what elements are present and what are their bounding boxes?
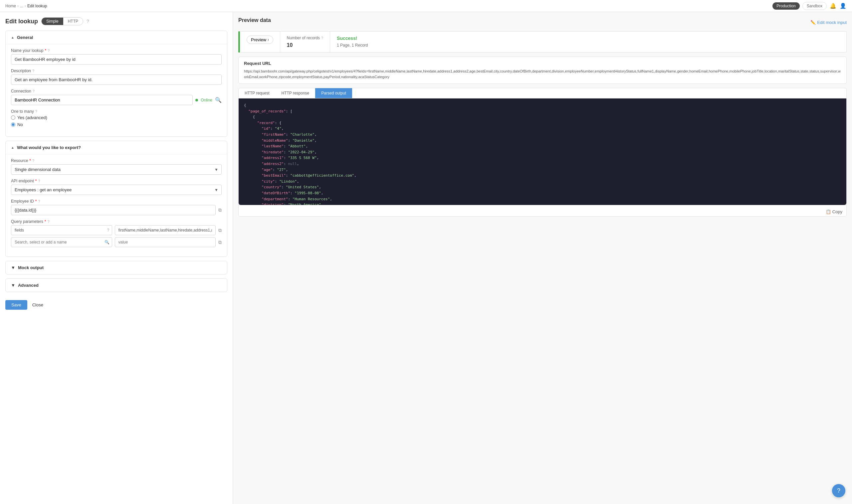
radio-yes[interactable]: Yes (advanced) [11,115,221,120]
api-endpoint-select[interactable]: Employees : get an employee [11,185,221,195]
query-param-value-input[interactable] [115,225,216,235]
breadcrumb-sep2: › [24,4,26,8]
one-to-many-label: One to many ? [11,109,221,114]
page-title: Edit lookup [5,18,38,25]
num-records-label: Number of records ? [287,36,323,40]
edit-mock-button[interactable]: ✏️ Edit mock input [811,20,847,25]
lookup-name-label: Name your lookup * ? [11,48,221,53]
export-section-header[interactable]: ▲ What would you like to export? [6,141,227,154]
lookup-name-input[interactable] [11,54,221,65]
req-asterisk: * [45,48,46,53]
copy-row: 📋 Copy [238,205,846,216]
description-help-icon[interactable]: ? [32,69,34,73]
connection-input[interactable] [11,95,193,105]
query-param-search-input[interactable] [11,237,112,247]
bottom-actions: Save Close [5,296,227,310]
query-params-help-icon[interactable]: ? [47,219,49,223]
online-status-dot [195,99,198,102]
radio-no-input[interactable] [11,122,15,127]
connection-search-button[interactable]: 🔍 [215,97,221,103]
preview-button[interactable]: Preview › [247,36,273,44]
request-url-title: Request URL [244,61,841,66]
resource-help-icon[interactable]: ? [32,159,34,163]
main-layout: Edit lookup Simple HTTP ? ▲ General Name… [0,12,852,504]
lookup-name-group: Name your lookup * ? [11,48,221,65]
employee-id-group: Employee ID * ? ⧉ [11,199,221,215]
advanced-chevron-icon: ▼ [11,283,15,288]
export-section: ▲ What would you like to export? Resourc… [5,141,227,257]
query-param-empty-value-cell [115,237,216,247]
one-to-many-help-icon[interactable]: ? [35,109,37,113]
preview-content: Preview › Number of records ? 10 Success… [240,31,847,53]
json-output: { "page_of_records": [ { "record": { "id… [238,98,846,205]
description-label: Description ? [11,69,221,73]
copy-icon: 📋 [826,209,831,214]
tab-http-request[interactable]: HTTP request [238,88,275,98]
advanced-header[interactable]: ▼ Advanced [6,279,227,292]
general-section-header[interactable]: ▲ General [6,31,227,44]
success-section: Success! 1 Page, 1 Record [330,32,374,52]
tab-http-response[interactable]: HTTP response [275,88,315,98]
query-params-group: Query parameters * ? ? ⧉ [11,219,221,247]
tab-parsed-output[interactable]: Parsed output [315,88,352,98]
user-icon[interactable]: 👤 [839,2,847,10]
num-records-value: 10 [287,42,323,48]
save-button[interactable]: Save [5,300,27,310]
num-records-help-icon[interactable]: ? [321,36,323,40]
resource-label: Resource * ? [11,158,221,163]
resource-req: * [29,158,31,163]
employee-id-action-button[interactable]: ⧉ [218,207,221,213]
mock-output-title: Mock output [18,265,43,270]
help-icon-header[interactable]: ? [87,19,89,24]
description-input[interactable] [11,74,221,85]
close-button[interactable]: Close [30,300,46,310]
description-group: Description ? [11,69,221,85]
top-nav: Home › ... › Edit lookup Production Sand… [0,0,852,12]
preview-button-section: Preview › [240,32,280,52]
preview-chevron-icon: › [268,38,269,41]
export-section-title: What would you like to export? [17,145,81,150]
mock-output-section: ▼ Mock output [5,261,227,274]
query-param-key-info-icon: ? [107,228,109,233]
advanced-title: Advanced [18,283,39,288]
page-header: Edit lookup Simple HTTP ? [5,17,227,25]
mock-output-header[interactable]: ▼ Mock output [6,261,227,274]
num-records-section: Number of records ? 10 [280,32,331,52]
connection-help-icon[interactable]: ? [33,89,35,93]
sandbox-button[interactable]: Sandbox [802,2,827,10]
lookup-name-help-icon[interactable]: ? [48,49,50,53]
bell-icon[interactable]: 🔔 [829,2,837,10]
breadcrumb-dots[interactable]: ... [20,4,23,8]
radio-no[interactable]: No [11,122,221,127]
breadcrumb: Home › ... › Edit lookup [5,4,770,8]
employee-id-req: * [35,199,37,203]
query-param-key-input[interactable] [11,225,112,235]
query-param-search-cell: 🔍 [11,237,112,247]
preview-title: Preview data [238,17,271,23]
toggle-http[interactable]: HTTP [63,18,83,25]
breadcrumb-sep1: › [17,4,19,8]
request-url-text: https://api.bamboohr.com/api/gateway.php… [244,69,841,79]
radio-yes-input[interactable] [11,115,15,120]
toggle-group: Simple HTTP [41,17,83,25]
general-section-body: Name your lookup * ? Description ? Con [6,44,227,137]
help-fab[interactable]: ? [832,484,845,497]
resource-select[interactable]: Single dimensional data [11,164,221,175]
breadcrumb-current: Edit lookup [27,4,47,8]
api-endpoint-help-icon[interactable]: ? [38,179,40,183]
copy-button[interactable]: 📋 Copy [826,209,842,214]
api-endpoint-group: API endpoint * ? Employees : get an empl… [11,179,221,195]
right-panel: Preview data ✏️ Edit mock input Preview … [233,12,852,504]
query-param-key-cell: ? [11,225,112,235]
employee-id-input[interactable] [11,205,216,215]
production-button[interactable]: Production [773,2,799,10]
toggle-simple[interactable]: Simple [41,18,63,25]
employee-id-help-icon[interactable]: ? [38,199,40,203]
query-param-empty-value-input[interactable] [115,237,216,247]
connection-group: Connection ? Online 🔍 [11,89,221,105]
breadcrumb-home[interactable]: Home [5,4,16,8]
mock-output-chevron-icon: ▼ [11,265,15,270]
query-param-action-button[interactable]: ⧉ [218,228,221,233]
query-param-empty-action-button[interactable]: ⧉ [218,239,221,245]
left-panel: Edit lookup Simple HTTP ? ▲ General Name… [0,12,233,504]
